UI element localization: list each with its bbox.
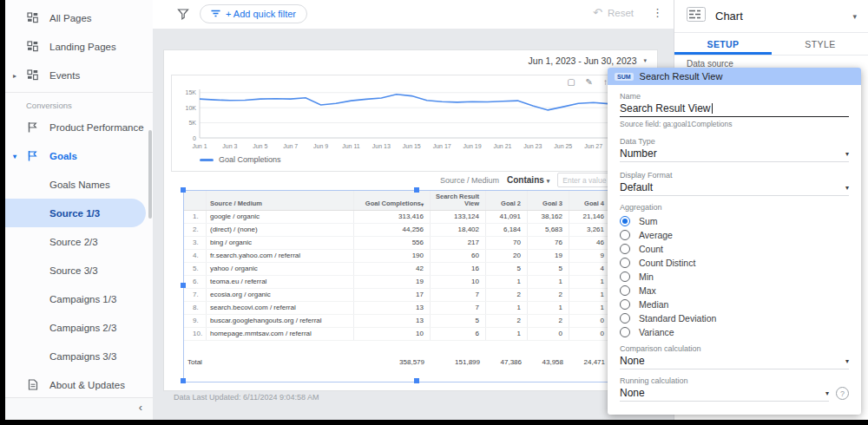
table-row[interactable]: 10.homepage.mmtsav.com / referral1061000… — [184, 328, 651, 341]
caret-right-icon[interactable]: ▸ — [13, 71, 16, 79]
svg-text:Jun 1: Jun 1 — [192, 143, 207, 149]
sidebar-item-campaigns-3-3[interactable]: Campaigns 3/3 — [5, 342, 153, 370]
table-row[interactable]: 4.fr.search.yahoo.com / referral19060201… — [184, 250, 651, 263]
display-format-label: Display Format — [620, 171, 849, 180]
table-row[interactable]: 8.search.becovi.com / referral13711102 — [184, 302, 651, 315]
name-label: Name — [620, 92, 849, 101]
sidebar-item-campaigns-1-3[interactable]: Campaigns 1/3 — [5, 284, 153, 313]
comparison-calculation-dropdown[interactable]: None ▾ — [620, 353, 849, 369]
radio-selected-icon[interactable] — [620, 216, 630, 226]
chevron-down-icon: ▾ — [547, 178, 550, 184]
collapse-sidebar-icon[interactable]: ‹ — [139, 401, 142, 414]
header-cell[interactable]: Search Result View — [431, 191, 486, 210]
running-calculation-dropdown[interactable]: None ▾ — [620, 385, 829, 402]
header-cell[interactable]: Source / Medium — [207, 191, 354, 210]
metric-cell: 70 — [486, 237, 528, 249]
radio-unselected-icon[interactable] — [620, 230, 630, 240]
display-format-dropdown[interactable]: Default ▾ — [620, 180, 849, 196]
sidebar-item-about-updates[interactable]: About & Updates — [5, 370, 153, 399]
radio-unselected-icon[interactable] — [620, 244, 630, 254]
sort-desc-icon: ▾ — [421, 202, 424, 208]
field-editor-header[interactable]: SUM Search Result View — [608, 68, 861, 85]
sidebar-item-label: Campaigns 3/3 — [49, 351, 116, 362]
selection-handle[interactable] — [414, 378, 419, 383]
row-number: 5. — [184, 263, 207, 275]
svg-text:Jun 25: Jun 25 — [554, 143, 572, 149]
row-number: 1. — [184, 211, 207, 223]
header-cell[interactable]: Goal Completions ▾ — [354, 191, 431, 210]
aggregation-option-count-distinct[interactable]: Count Distinct — [620, 256, 849, 270]
aggregation-option-label: Standard Deviation — [639, 313, 716, 324]
sidebar-footer: ‹ — [5, 397, 153, 420]
header-cell-index — [184, 191, 207, 210]
table-row[interactable]: 2.(direct) / (none)44,25618,4026,1845,68… — [184, 224, 651, 237]
add-quick-filter-button[interactable]: + Add quick filter — [200, 4, 307, 23]
aggregation-option-count[interactable]: Count — [620, 242, 849, 256]
sidebar-item-source-3-3[interactable]: Source 3/3 — [5, 256, 153, 284]
sidebar-item-campaigns-2-3[interactable]: Campaigns 2/3 — [5, 313, 153, 342]
help-icon[interactable]: ? — [836, 387, 849, 400]
radio-unselected-icon[interactable] — [620, 299, 630, 310]
metric-cell: 133,124 — [431, 211, 486, 223]
aggregation-option-average[interactable]: Average — [620, 228, 849, 242]
chevron-down-icon[interactable]: ▾ — [852, 12, 857, 21]
sidebar-item-goals[interactable]: ▾Goals — [5, 141, 153, 170]
aggregation-option-label: Count Distinct — [639, 258, 695, 268]
header-cell[interactable]: Goal 4 — [569, 191, 611, 210]
more-options-icon[interactable]: ⋮ — [652, 6, 663, 19]
caret-down-icon[interactable]: ▾ — [13, 152, 16, 160]
metric-cell: 217 — [431, 237, 486, 249]
name-input[interactable]: Search Result View — [620, 101, 849, 117]
aggregation-option-median[interactable]: Median — [620, 298, 849, 311]
table-row[interactable]: 1.google / organic313,416133,12441,09138… — [184, 211, 651, 224]
radio-unselected-icon[interactable] — [620, 285, 630, 296]
sidebar-scrollbar[interactable] — [148, 130, 152, 219]
data-type-dropdown[interactable]: Number ▾ — [620, 146, 849, 162]
metric-cell: 1 — [569, 289, 611, 301]
aggregation-option-min[interactable]: Min — [620, 270, 849, 284]
svg-text:Jun 11: Jun 11 — [342, 143, 360, 149]
header-cell[interactable]: Goal 3 — [528, 191, 569, 210]
selection-handle[interactable] — [181, 187, 186, 193]
last-updated-text: Data Last Updated: 6/11/2024 9:04:58 AM — [174, 393, 319, 402]
reset-button[interactable]: ↶ Reset — [593, 6, 634, 19]
radio-unselected-icon[interactable] — [620, 313, 630, 324]
timeseries-chart-widget[interactable]: ▢ ✎ ↑ 05K10K15KJun 1Jun 3Jun 5Jun 7Jun 9… — [171, 75, 648, 172]
table-header-row: Source / MediumGoal Completions ▾Search … — [184, 191, 651, 211]
aggregation-option-standard-deviation[interactable]: Standard Deviation — [620, 311, 849, 325]
sidebar-item-source-1-3[interactable]: Source 1/3 — [5, 199, 146, 227]
sidebar-item-label: About & Updates — [49, 380, 125, 390]
sidebar-item-all-pages[interactable]: All Pages — [5, 3, 153, 32]
table-row[interactable]: 3.bing / organic55621770764614128 — [184, 237, 651, 250]
aggregation-option-variance[interactable]: Variance — [620, 325, 849, 339]
date-range-control[interactable]: Jun 1, 2023 - Jun 30, 2023 ▾ — [529, 56, 647, 66]
selection-handle[interactable] — [181, 283, 186, 288]
radio-unselected-icon[interactable] — [620, 271, 630, 282]
row-number: 4. — [184, 250, 207, 262]
sidebar-item-landing-pages[interactable]: Landing Pages — [5, 32, 153, 61]
filter-funnel-icon[interactable] — [177, 8, 189, 23]
selection-handle[interactable] — [181, 378, 186, 383]
metric-cell: 313,416 — [354, 211, 431, 223]
svg-text:Jun 7: Jun 7 — [283, 143, 298, 149]
table-row[interactable]: 9.buscar.googlehangouts.org / referral13… — [184, 315, 651, 328]
data-table-widget[interactable]: Source / MediumGoal Completions ▾Search … — [183, 190, 651, 382]
table-row[interactable]: 7.ecosia.org / organic17722114 — [184, 289, 651, 302]
aggregation-option-max[interactable]: Max — [620, 284, 849, 298]
radio-unselected-icon[interactable] — [620, 327, 630, 337]
chart-type-icon[interactable] — [687, 7, 706, 25]
radio-unselected-icon[interactable] — [620, 258, 630, 268]
header-cell[interactable]: Goal 2 — [486, 191, 528, 210]
table-row[interactable]: 5.yahoo / organic4216554111 — [184, 263, 651, 276]
tab-style[interactable]: STYLE — [772, 33, 868, 55]
sidebar-item-goals-names[interactable]: Goals Names — [5, 170, 153, 199]
aggregation-option-sum[interactable]: Sum — [620, 214, 849, 228]
selection-handle[interactable] — [414, 187, 419, 193]
filter-operator-dropdown[interactable]: Contains▾ — [507, 175, 549, 185]
sidebar-item-label: All Pages — [49, 13, 92, 23]
source-medium-cell: buscar.googlehangouts.org / referral — [207, 315, 354, 327]
table-row[interactable]: 6.teoma.eu / referral191011106 — [184, 276, 651, 289]
sidebar-item-product-performance[interactable]: Product Performance — [5, 113, 153, 141]
sidebar-item-events[interactable]: ▸Events — [5, 61, 153, 89]
sidebar-item-source-2-3[interactable]: Source 2/3 — [5, 227, 153, 256]
